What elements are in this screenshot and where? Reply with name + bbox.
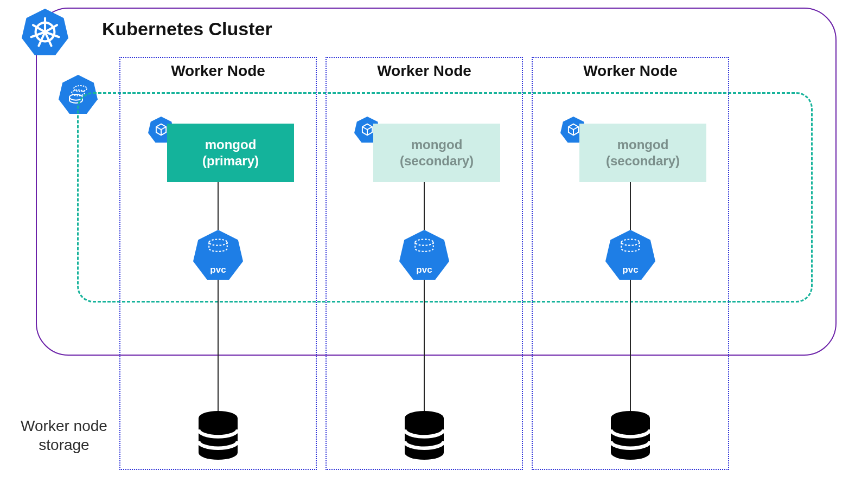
mongod-secondary-box: mongod (secondary): [373, 124, 500, 182]
dashed-cylinder-icon: [618, 239, 642, 254]
cube-icon: [360, 123, 374, 137]
connector-line: [424, 280, 425, 411]
storage-cylinder-icon: [195, 411, 241, 460]
worker-node-title: Worker Node: [583, 62, 678, 80]
footer-line1: Worker node: [21, 417, 107, 434]
connector-line: [218, 280, 219, 411]
diagram-canvas: Kubernetes Cluster: [0, 0, 868, 489]
footer-storage-label: Worker node storage: [10, 416, 118, 454]
mongod-primary-box: mongod (primary): [167, 124, 294, 182]
svg-point-20: [621, 239, 640, 245]
mongod-role: (secondary): [606, 153, 680, 169]
cluster-title: Kubernetes Cluster: [102, 18, 272, 40]
dashed-cylinder-icon: [206, 239, 230, 254]
mongod-name: mongod: [411, 137, 463, 153]
cube-icon: [154, 123, 168, 137]
connector-line: [218, 182, 219, 230]
storage-cylinder-icon: [608, 411, 653, 460]
helm-wheel-icon: [29, 16, 61, 48]
mongod-name: mongod: [205, 137, 257, 153]
svg-point-12: [209, 239, 227, 245]
dashed-cylinder-icon: [412, 239, 436, 254]
svg-point-16: [415, 239, 433, 245]
worker-node-title: Worker Node: [171, 62, 265, 80]
mongod-name: mongod: [617, 137, 669, 153]
connector-line: [424, 182, 425, 230]
storage-cylinder-icon: [401, 411, 447, 460]
mongod-role: (secondary): [400, 153, 474, 169]
connector-line: [630, 280, 631, 411]
footer-line2: storage: [39, 436, 89, 453]
worker-node-title: Worker Node: [377, 62, 471, 80]
cube-icon: [566, 123, 580, 137]
connector-line: [630, 182, 631, 230]
mongod-role: (primary): [202, 153, 259, 169]
mongod-secondary-box: mongod (secondary): [579, 124, 706, 182]
